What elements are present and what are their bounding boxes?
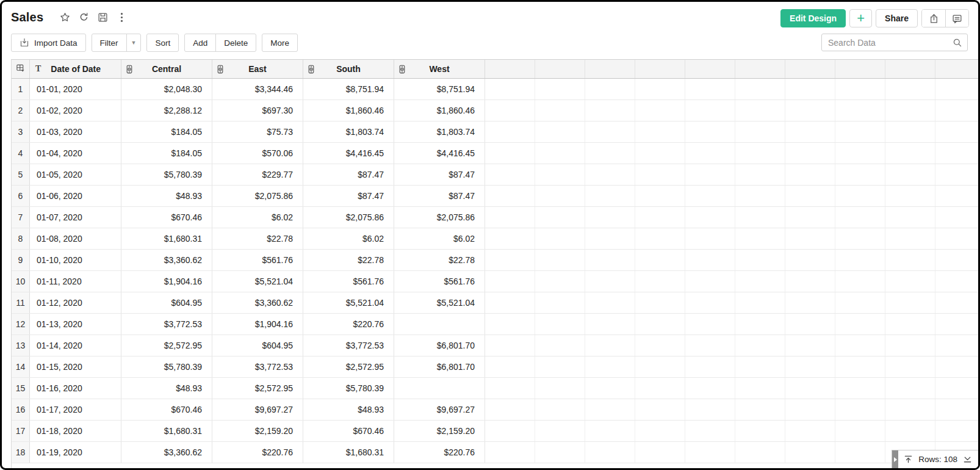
date-cell[interactable]: 01-18, 2020 — [30, 421, 121, 441]
value-cell[interactable]: $1,904.16 — [212, 314, 303, 334]
empty-cell[interactable] — [535, 271, 585, 292]
empty-cell[interactable] — [485, 250, 535, 270]
empty-cell[interactable] — [585, 79, 635, 99]
empty-cell[interactable] — [935, 378, 978, 399]
empty-cell[interactable] — [585, 143, 635, 164]
empty-cell[interactable] — [585, 207, 635, 228]
empty-cell[interactable] — [685, 421, 735, 441]
table-row[interactable]: 14 01-15, 2020 $5,780.39$3,772.53$2,572.… — [12, 356, 978, 378]
search-icon[interactable] — [953, 38, 962, 48]
empty-cell[interactable] — [635, 378, 685, 399]
row-number-cell[interactable]: 9 — [12, 250, 30, 270]
more-button[interactable]: More — [262, 34, 298, 52]
value-cell[interactable]: $229.77 — [212, 164, 303, 185]
date-cell[interactable]: 01-04, 2020 — [30, 143, 121, 164]
empty-cell[interactable] — [885, 79, 935, 99]
table-row[interactable]: 5 01-05, 2020 $5,780.39$229.77$87.47$87.… — [12, 164, 978, 186]
value-cell[interactable]: $4,416.45 — [394, 143, 485, 164]
empty-cell[interactable] — [785, 100, 835, 121]
empty-cell[interactable] — [735, 143, 785, 164]
empty-cell[interactable] — [935, 79, 978, 99]
empty-cell[interactable] — [735, 186, 785, 206]
select-all-header[interactable] — [12, 60, 30, 78]
value-cell[interactable]: $6,801.70 — [394, 356, 485, 377]
value-cell[interactable]: $2,288.12 — [121, 100, 212, 121]
empty-cell[interactable] — [685, 442, 735, 463]
column-header-central[interactable]: Central — [121, 60, 212, 78]
value-cell[interactable]: $3,360.62 — [121, 442, 212, 463]
empty-cell[interactable] — [835, 399, 885, 420]
value-cell[interactable]: $184.05 — [121, 121, 212, 142]
empty-cell[interactable] — [635, 143, 685, 164]
empty-cell[interactable] — [635, 292, 685, 313]
empty-cell[interactable] — [935, 356, 978, 377]
empty-cell[interactable] — [585, 378, 635, 399]
row-number-cell[interactable]: 4 — [12, 143, 30, 164]
row-number-cell[interactable]: 8 — [12, 228, 30, 249]
add-new-button[interactable]: + — [849, 9, 872, 27]
empty-cell[interactable] — [735, 207, 785, 228]
empty-cell[interactable] — [835, 100, 885, 121]
column-header-east[interactable]: East — [212, 60, 303, 78]
empty-cell[interactable] — [535, 186, 585, 206]
empty-cell[interactable] — [635, 164, 685, 185]
empty-cell[interactable] — [685, 292, 735, 313]
value-cell[interactable]: $9,697.27 — [394, 399, 485, 420]
empty-cell[interactable] — [685, 378, 735, 399]
value-cell[interactable]: $2,075.86 — [394, 207, 485, 228]
value-cell[interactable] — [394, 314, 485, 334]
value-cell[interactable]: $1,680.31 — [121, 421, 212, 441]
value-cell[interactable]: $2,159.20 — [212, 421, 303, 441]
empty-cell[interactable] — [735, 378, 785, 399]
row-number-cell[interactable]: 2 — [12, 100, 30, 121]
empty-cell[interactable] — [485, 335, 535, 356]
value-cell[interactable] — [394, 378, 485, 399]
column-header-empty[interactable] — [785, 60, 835, 78]
empty-cell[interactable] — [835, 143, 885, 164]
value-cell[interactable]: $3,772.53 — [212, 356, 303, 377]
value-cell[interactable]: $1,860.46 — [303, 100, 394, 121]
empty-cell[interactable] — [735, 335, 785, 356]
empty-cell[interactable] — [885, 250, 935, 270]
delete-button[interactable]: Delete — [215, 34, 256, 51]
row-number-cell[interactable]: 5 — [12, 164, 30, 185]
value-cell[interactable]: $87.47 — [303, 186, 394, 206]
filter-dropdown-button[interactable]: ▼ — [126, 34, 141, 51]
empty-cell[interactable] — [635, 271, 685, 292]
comment-icon[interactable] — [945, 10, 968, 27]
value-cell[interactable]: $2,159.20 — [394, 421, 485, 441]
column-header-empty[interactable] — [885, 60, 935, 78]
empty-cell[interactable] — [585, 228, 635, 249]
empty-cell[interactable] — [935, 421, 978, 441]
empty-cell[interactable] — [785, 421, 835, 441]
empty-cell[interactable] — [785, 356, 835, 377]
value-cell[interactable]: $6.02 — [212, 207, 303, 228]
value-cell[interactable]: $5,521.04 — [303, 292, 394, 313]
empty-cell[interactable] — [885, 271, 935, 292]
empty-cell[interactable] — [835, 314, 885, 334]
date-cell[interactable]: 01-17, 2020 — [30, 399, 121, 420]
empty-cell[interactable] — [785, 121, 835, 142]
empty-cell[interactable] — [685, 356, 735, 377]
row-number-cell[interactable]: 3 — [12, 121, 30, 142]
empty-cell[interactable] — [485, 207, 535, 228]
empty-cell[interactable] — [735, 228, 785, 249]
value-cell[interactable]: $220.76 — [394, 442, 485, 463]
scroll-to-bottom-icon[interactable] — [963, 455, 972, 464]
empty-cell[interactable] — [835, 164, 885, 185]
empty-cell[interactable] — [735, 100, 785, 121]
row-number-cell[interactable]: 7 — [12, 207, 30, 228]
empty-cell[interactable] — [785, 292, 835, 313]
date-cell[interactable]: 01-01, 2020 — [30, 79, 121, 99]
column-header-west[interactable]: West — [394, 60, 485, 78]
add-button[interactable]: Add — [185, 34, 215, 51]
column-header-empty[interactable] — [735, 60, 785, 78]
empty-cell[interactable] — [885, 421, 935, 441]
empty-cell[interactable] — [485, 143, 535, 164]
empty-cell[interactable] — [585, 314, 635, 334]
empty-cell[interactable] — [785, 399, 835, 420]
empty-cell[interactable] — [835, 79, 885, 99]
empty-cell[interactable] — [685, 121, 735, 142]
table-row[interactable]: 16 01-17, 2020 $670.46$9,697.27$48.93$9,… — [12, 399, 978, 421]
date-cell[interactable]: 01-12, 2020 — [30, 292, 121, 313]
